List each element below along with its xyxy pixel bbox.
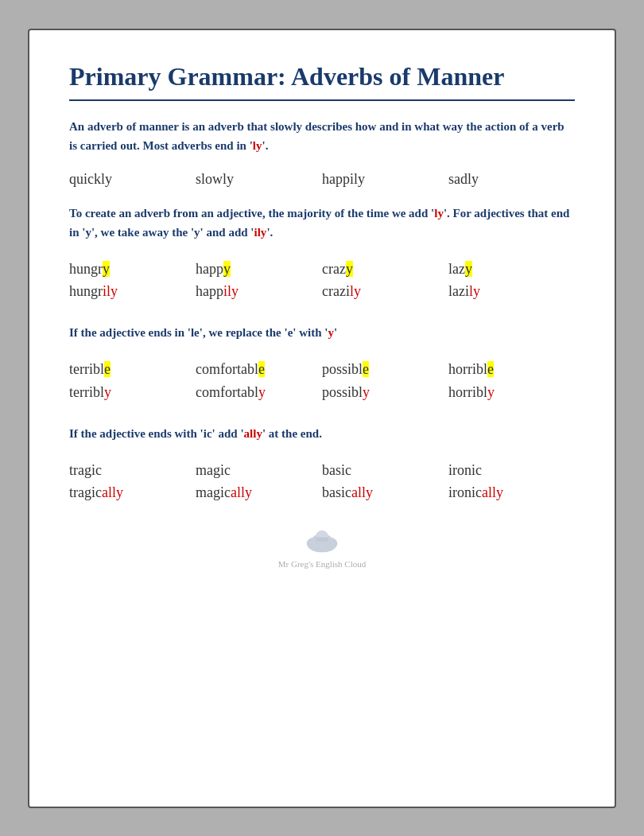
word-pair-comfortable: comfortable comfortably bbox=[196, 358, 322, 404]
adjectives-row-3: tragic tragically magic magically basic … bbox=[69, 459, 575, 505]
svg-rect-5 bbox=[316, 538, 328, 542]
word-pair-possible: possible possibly bbox=[322, 358, 448, 404]
hungry-y: y bbox=[103, 261, 110, 277]
terribly-suffix: y bbox=[104, 384, 111, 400]
adj-hungry: hungry bbox=[69, 258, 196, 281]
terrible-e: e bbox=[104, 361, 111, 377]
horrible-e: e bbox=[487, 361, 494, 377]
adj-crazy: crazy bbox=[322, 258, 448, 281]
word-pair-tragic: tragic tragically bbox=[69, 459, 196, 505]
cloud-icon bbox=[302, 528, 342, 556]
page-title: Primary Grammar: Adverbs of Manner bbox=[69, 62, 575, 91]
adj-tragic: tragic bbox=[69, 459, 196, 482]
adv-tragically: tragically bbox=[69, 481, 196, 504]
adj-lazy: lazy bbox=[448, 258, 575, 281]
word-pair-terrible: terrible terribly bbox=[69, 358, 196, 404]
adv-possibly: possibly bbox=[322, 381, 448, 404]
example-happily: happily bbox=[322, 171, 448, 188]
lazily-suffix: ly bbox=[469, 283, 480, 299]
rule1-ly: ly bbox=[434, 207, 444, 220]
magically-suffix: ally bbox=[231, 484, 252, 500]
crazily-suffix: ly bbox=[350, 283, 361, 299]
adj-horrible: horrible bbox=[448, 358, 575, 381]
adv-horribly: horribly bbox=[448, 381, 575, 404]
happy-y: y bbox=[223, 261, 231, 277]
rule2-y: y bbox=[328, 326, 335, 339]
example-slowly: slowly bbox=[196, 171, 322, 188]
word-pair-crazy: crazy crazily bbox=[322, 258, 448, 304]
ironically-suffix: ally bbox=[482, 484, 503, 500]
adv-crazily: crazily bbox=[322, 280, 448, 303]
footer: Mr Greg's English Cloud bbox=[69, 528, 575, 570]
adv-ironically: ironically bbox=[448, 481, 575, 504]
word-pair-lazy: lazy lazily bbox=[448, 258, 575, 304]
adjectives-row-1: hungry hungrily happy happily crazy craz… bbox=[69, 258, 575, 304]
adv-magically: magically bbox=[196, 481, 322, 504]
example-quickly: quickly bbox=[69, 171, 196, 188]
word-pair-horrible: horrible horribly bbox=[448, 358, 575, 404]
rule3-text: If the adjective ends with 'ic' add 'all… bbox=[69, 424, 575, 443]
adv-basically: basically bbox=[322, 481, 448, 504]
adv-comfortably: comfortably bbox=[196, 381, 322, 404]
adj-possible: possible bbox=[322, 358, 448, 381]
adj-basic: basic bbox=[322, 459, 448, 482]
rule2-text: If the adjective ends in 'le', we replac… bbox=[69, 323, 575, 342]
lazy-y: y bbox=[465, 261, 472, 277]
adj-happy: happy bbox=[196, 258, 322, 281]
word-pair-basic: basic basically bbox=[322, 459, 448, 505]
word-pair-hungry: hungry hungrily bbox=[69, 258, 196, 304]
adj-magic: magic bbox=[196, 459, 322, 482]
rule3-ally: ally bbox=[244, 427, 262, 440]
possible-e: e bbox=[363, 361, 369, 377]
word-pair-ironic: ironic ironically bbox=[448, 459, 575, 505]
adj-ironic: ironic bbox=[448, 459, 575, 482]
simple-examples-row: quickly slowly happily sadly bbox=[69, 171, 575, 188]
word-pairs-3: tragic tragically magic magically basic … bbox=[69, 459, 575, 505]
basically-suffix: ally bbox=[351, 484, 373, 500]
crazy-y: y bbox=[346, 261, 353, 277]
footer-text: Mr Greg's English Cloud bbox=[278, 559, 366, 569]
word-pair-happy: happy happily bbox=[196, 258, 322, 304]
adj-comfortable: comfortable bbox=[196, 358, 322, 381]
adv-terribly: terribly bbox=[69, 381, 196, 404]
possibly-suffix: y bbox=[363, 384, 370, 400]
tragically-suffix: ally bbox=[102, 484, 123, 500]
adv-lazily: lazily bbox=[448, 280, 575, 303]
intro-paragraph: An adverb of manner is an adverb that sl… bbox=[69, 117, 575, 155]
word-pair-magic: magic magically bbox=[196, 459, 322, 505]
adv-happily: happily bbox=[196, 280, 322, 303]
horribly-suffix: y bbox=[487, 384, 495, 400]
intro-highlight: ly bbox=[253, 139, 262, 152]
word-pairs-2: terrible terribly comfortable comfortabl… bbox=[69, 358, 575, 404]
adjectives-row-2: terrible terribly comfortable comfortabl… bbox=[69, 358, 575, 404]
title-divider bbox=[69, 99, 575, 101]
comfortably-suffix: y bbox=[258, 384, 266, 400]
adj-terrible: terrible bbox=[69, 358, 196, 381]
hungrily-suffix: ily bbox=[103, 283, 118, 299]
adv-hungrily: hungrily bbox=[69, 280, 196, 303]
happily-suffix: ily bbox=[223, 283, 239, 299]
rule1-ily: ily bbox=[254, 226, 267, 239]
comfortable-e: e bbox=[258, 361, 265, 377]
example-sadly: sadly bbox=[448, 171, 575, 188]
rule1-text: To create an adverb from an adjective, t… bbox=[69, 204, 575, 242]
main-page: Primary Grammar: Adverbs of Manner An ad… bbox=[28, 29, 616, 808]
word-pairs-1: hungry hungrily happy happily crazy craz… bbox=[69, 258, 575, 304]
